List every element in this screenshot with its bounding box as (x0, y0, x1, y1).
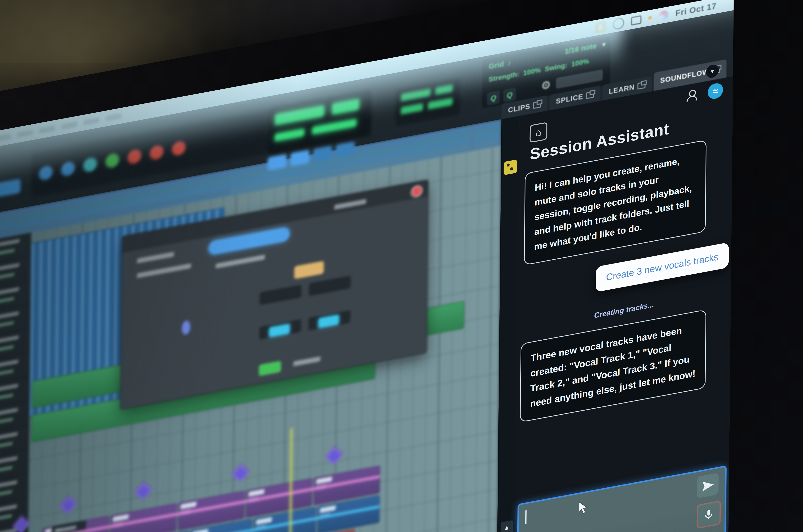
user-message: Create 3 new vocals tracks (596, 242, 729, 292)
home-icon[interactable]: ⌂ (530, 122, 548, 143)
gear-icon[interactable]: ⚙ (541, 78, 551, 92)
soundflow-panel: ≈ ⌂ Session Assistant Hi! I can help you… (513, 76, 733, 532)
notification-dot-icon (648, 16, 652, 20)
popout-icon (637, 81, 645, 90)
play-button[interactable] (106, 152, 119, 169)
swing-label: Swing: (545, 61, 567, 73)
account-icon[interactable] (686, 89, 697, 102)
chat-input[interactable] (515, 465, 727, 532)
window-layout-icon[interactable] (631, 15, 642, 25)
paper-plane-icon (702, 478, 714, 493)
text-caret (525, 510, 527, 524)
tab-label: SPLICE (556, 92, 583, 106)
tab-label: LEARN (609, 83, 635, 96)
popout-icon (533, 101, 541, 109)
scroll-up-button[interactable]: ▲ (501, 520, 513, 532)
strength-value[interactable]: 100% (523, 66, 541, 77)
sync-arrows-icon[interactable] (613, 17, 624, 31)
soundflow-logo-icon[interactable]: ≈ (708, 82, 723, 100)
edit-mode-button[interactable] (0, 178, 21, 198)
mic-button[interactable] (696, 500, 721, 529)
chevron-down-icon[interactable]: ▾ (602, 40, 606, 49)
record-button[interactable] (128, 148, 141, 165)
magnet-snap-icon[interactable]: Q (487, 90, 500, 106)
swing-value[interactable]: 100% (571, 57, 589, 68)
monitor: Fri Oct 17 (0, 0, 734, 532)
grid-label: Grid (489, 60, 504, 71)
note-icon: ♪ (507, 58, 511, 68)
send-button[interactable] (697, 473, 719, 498)
tab-label: CLIPS (508, 102, 530, 114)
mouse-cursor (578, 500, 588, 515)
popout-icon (586, 91, 594, 99)
warning-icon[interactable] (503, 159, 517, 175)
account-avatar-icon[interactable] (659, 10, 669, 21)
secondary-counter-display (396, 78, 460, 126)
strength-label: Strength: (489, 70, 519, 83)
mic-icon (703, 508, 714, 521)
main-counter-display (268, 89, 371, 155)
grid-note-value[interactable]: 1/16 note (565, 41, 597, 56)
mic-active-badge-icon[interactable] (595, 21, 606, 34)
